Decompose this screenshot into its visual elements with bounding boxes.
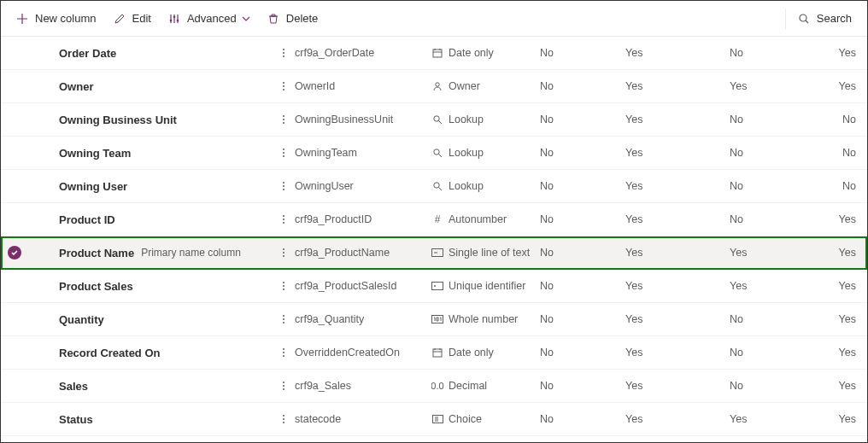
row-more-button[interactable]	[274, 248, 295, 257]
more-vertical-icon	[283, 282, 284, 290]
column-flag: No	[815, 114, 866, 125]
row-more-button[interactable]	[274, 49, 295, 57]
column-type: Lookup	[431, 180, 540, 192]
text-icon	[431, 248, 443, 257]
edit-button[interactable]: Edit	[105, 5, 160, 32]
row-more-button[interactable]	[274, 149, 295, 157]
column-flag: No	[540, 80, 625, 92]
advanced-label: Advanced	[187, 12, 237, 25]
lookup-icon	[431, 181, 443, 191]
column-flag: No	[540, 313, 625, 325]
row-more-button[interactable]	[274, 215, 295, 224]
column-flag: No	[815, 147, 866, 159]
column-display-name[interactable]: Status	[59, 413, 93, 426]
more-vertical-icon	[283, 315, 284, 324]
row-more-button[interactable]	[274, 415, 295, 423]
delete-button[interactable]: Delete	[259, 5, 327, 32]
row-more-button[interactable]	[274, 115, 295, 124]
table-row[interactable]: Order Datecrf9a_OrderDateDate onlyNoYesN…	[1, 37, 867, 70]
row-more-button[interactable]	[274, 82, 295, 90]
column-display-name[interactable]: Order Date	[59, 47, 116, 60]
column-schema-name: OverriddenCreatedOn	[295, 347, 431, 358]
table-row[interactable]: Product IDcrf9a_ProductID#AutonumberNoYe…	[1, 203, 867, 236]
column-display-name[interactable]: Owning Business Unit	[59, 114, 177, 126]
new-column-label: New column	[35, 12, 97, 25]
column-display-name[interactable]: Owning User	[59, 180, 127, 193]
column-flag: Yes	[815, 380, 866, 392]
trash-icon	[267, 13, 279, 25]
owner-icon	[431, 81, 443, 91]
column-flag: Yes	[815, 347, 866, 358]
column-type: Whole number	[431, 313, 540, 325]
column-display-name[interactable]: Quantity	[59, 313, 104, 326]
row-more-button[interactable]	[274, 382, 295, 390]
column-flag: No	[540, 213, 625, 225]
delete-label: Delete	[286, 12, 319, 25]
svg-point-3	[800, 15, 806, 21]
table-row[interactable]: OwnerOwnerIdOwnerNoYesYesYes	[1, 70, 867, 103]
table-row[interactable]: Owning TeamOwningTeamLookupNoYesNoNo	[1, 137, 867, 170]
svg-point-0	[170, 19, 173, 21]
column-type: #Autonumber	[431, 213, 540, 225]
table-row[interactable]: Salescrf9a_Sales0.0DecimalNoYesNoYes	[1, 370, 867, 403]
column-flag: Yes	[625, 380, 730, 392]
column-display-name[interactable]: Product ID	[59, 213, 115, 226]
column-flag: No	[730, 147, 815, 159]
column-flag: No	[730, 347, 815, 358]
table-row[interactable]: StatusstatecodeChoiceNoYesYesYes	[1, 403, 867, 436]
column-display-name[interactable]: Record Created On	[59, 347, 160, 359]
column-schema-name: OwningUser	[295, 180, 431, 192]
table-row[interactable]: Owning UserOwningUserLookupNoYesNoNo	[1, 170, 867, 203]
row-more-button[interactable]	[274, 182, 295, 190]
column-flag: Yes	[815, 313, 866, 325]
column-flag: Yes	[625, 247, 730, 259]
column-type: Lookup	[431, 114, 540, 125]
column-flag: Yes	[625, 280, 730, 292]
table-row[interactable]: Quantitycrf9a_QuantityWhole numberNoYesN…	[1, 303, 867, 336]
row-more-button[interactable]	[274, 348, 295, 357]
column-schema-name: statecode	[295, 413, 431, 425]
svg-point-1	[173, 15, 176, 18]
column-flag: Yes	[730, 413, 815, 425]
edit-label: Edit	[132, 12, 151, 25]
more-vertical-icon	[283, 215, 284, 224]
column-display-name[interactable]: Owner	[59, 80, 93, 93]
column-flag: No	[730, 47, 815, 59]
column-flag: Yes	[625, 413, 730, 425]
column-type: Date only	[431, 47, 540, 59]
more-vertical-icon	[283, 149, 284, 157]
column-flag: No	[730, 380, 815, 392]
advanced-button[interactable]: Advanced	[160, 5, 259, 32]
table-row[interactable]: Product NamePrimary name columncrf9a_Pro…	[1, 236, 867, 270]
new-column-button[interactable]: New column	[8, 5, 105, 32]
row-more-button[interactable]	[274, 315, 295, 324]
column-schema-name: OwnerId	[295, 80, 431, 92]
column-flag: Yes	[815, 280, 866, 292]
column-display-name[interactable]: Product Sales	[59, 280, 133, 293]
column-display-name[interactable]: Sales	[59, 380, 88, 393]
svg-point-5	[436, 83, 439, 86]
column-display-name[interactable]: Product Name	[59, 247, 134, 259]
column-flag: Yes	[815, 247, 866, 259]
column-flag: Yes	[625, 80, 730, 92]
column-flag: No	[540, 380, 625, 392]
row-more-button[interactable]	[274, 282, 295, 290]
column-display-name[interactable]: Owning Team	[59, 147, 131, 160]
table-row[interactable]: Product Salescrf9a_ProductSalesIdUnique …	[1, 270, 867, 303]
column-type: 0.0Decimal	[431, 380, 540, 392]
column-flag: Yes	[730, 80, 815, 92]
column-schema-name: OwningTeam	[295, 147, 431, 159]
date-icon	[431, 48, 443, 58]
toolbar: New column Edit Advanced Delete Search	[1, 1, 867, 37]
table-row[interactable]: Owning Business UnitOwningBusinessUnitLo…	[1, 103, 867, 137]
table-row[interactable]: Record Created OnOverriddenCreatedOnDate…	[1, 336, 867, 370]
svg-rect-13	[433, 349, 442, 357]
svg-point-6	[434, 116, 439, 121]
search-button[interactable]: Search	[789, 5, 860, 32]
column-flag: Yes	[625, 347, 730, 358]
svg-point-7	[434, 149, 439, 154]
more-vertical-icon	[283, 82, 284, 90]
column-flag: Yes	[730, 280, 815, 292]
row-select[interactable]	[1, 246, 28, 259]
unique-icon	[431, 282, 443, 290]
